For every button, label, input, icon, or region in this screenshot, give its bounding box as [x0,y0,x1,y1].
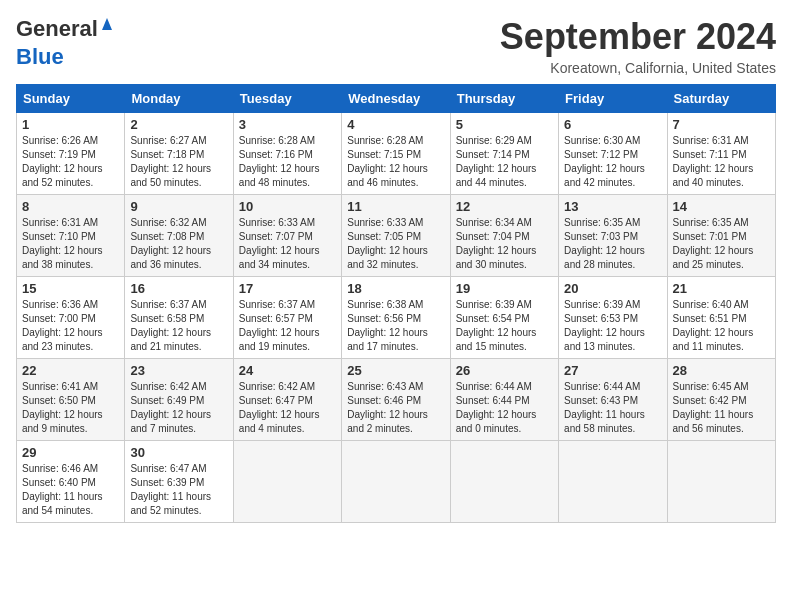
cell-content: Sunrise: 6:37 AMSunset: 6:57 PMDaylight:… [239,298,336,354]
cell-content: Sunrise: 6:26 AMSunset: 7:19 PMDaylight:… [22,134,119,190]
day-number: 13 [564,199,661,214]
calendar-cell: 26 Sunrise: 6:44 AMSunset: 6:44 PMDaylig… [450,359,558,441]
calendar-header-sunday: Sunday [17,85,125,113]
calendar-cell: 15 Sunrise: 6:36 AMSunset: 7:00 PMDaylig… [17,277,125,359]
cell-content: Sunrise: 6:33 AMSunset: 7:07 PMDaylight:… [239,216,336,272]
calendar-week-row: 15 Sunrise: 6:36 AMSunset: 7:00 PMDaylig… [17,277,776,359]
day-number: 4 [347,117,444,132]
logo-arrow-icon [96,12,118,34]
cell-content: Sunrise: 6:39 AMSunset: 6:54 PMDaylight:… [456,298,553,354]
day-number: 19 [456,281,553,296]
calendar-cell: 14 Sunrise: 6:35 AMSunset: 7:01 PMDaylig… [667,195,775,277]
cell-content: Sunrise: 6:29 AMSunset: 7:14 PMDaylight:… [456,134,553,190]
calendar-cell: 10 Sunrise: 6:33 AMSunset: 7:07 PMDaylig… [233,195,341,277]
day-number: 6 [564,117,661,132]
cell-content: Sunrise: 6:35 AMSunset: 7:01 PMDaylight:… [673,216,770,272]
calendar-table: SundayMondayTuesdayWednesdayThursdayFrid… [16,84,776,523]
day-number: 5 [456,117,553,132]
page-header: General Blue September 2024 Koreatown, C… [16,16,776,76]
day-number: 3 [239,117,336,132]
calendar-cell: 24 Sunrise: 6:42 AMSunset: 6:47 PMDaylig… [233,359,341,441]
day-number: 30 [130,445,227,460]
day-number: 16 [130,281,227,296]
calendar-cell: 3 Sunrise: 6:28 AMSunset: 7:16 PMDayligh… [233,113,341,195]
calendar-cell: 12 Sunrise: 6:34 AMSunset: 7:04 PMDaylig… [450,195,558,277]
day-number: 11 [347,199,444,214]
calendar-header-monday: Monday [125,85,233,113]
day-number: 23 [130,363,227,378]
calendar-week-row: 29 Sunrise: 6:46 AMSunset: 6:40 PMDaylig… [17,441,776,523]
cell-content: Sunrise: 6:28 AMSunset: 7:16 PMDaylight:… [239,134,336,190]
calendar-header-saturday: Saturday [667,85,775,113]
calendar-cell: 8 Sunrise: 6:31 AMSunset: 7:10 PMDayligh… [17,195,125,277]
calendar-cell: 6 Sunrise: 6:30 AMSunset: 7:12 PMDayligh… [559,113,667,195]
calendar-cell: 1 Sunrise: 6:26 AMSunset: 7:19 PMDayligh… [17,113,125,195]
cell-content: Sunrise: 6:34 AMSunset: 7:04 PMDaylight:… [456,216,553,272]
calendar-cell: 4 Sunrise: 6:28 AMSunset: 7:15 PMDayligh… [342,113,450,195]
day-number: 2 [130,117,227,132]
logo-general: General [16,16,98,41]
cell-content: Sunrise: 6:31 AMSunset: 7:11 PMDaylight:… [673,134,770,190]
calendar-cell: 9 Sunrise: 6:32 AMSunset: 7:08 PMDayligh… [125,195,233,277]
cell-content: Sunrise: 6:35 AMSunset: 7:03 PMDaylight:… [564,216,661,272]
cell-content: Sunrise: 6:36 AMSunset: 7:00 PMDaylight:… [22,298,119,354]
cell-content: Sunrise: 6:45 AMSunset: 6:42 PMDaylight:… [673,380,770,436]
calendar-cell: 19 Sunrise: 6:39 AMSunset: 6:54 PMDaylig… [450,277,558,359]
cell-content: Sunrise: 6:37 AMSunset: 6:58 PMDaylight:… [130,298,227,354]
calendar-cell: 2 Sunrise: 6:27 AMSunset: 7:18 PMDayligh… [125,113,233,195]
calendar-cell [342,441,450,523]
day-number: 10 [239,199,336,214]
calendar-cell: 21 Sunrise: 6:40 AMSunset: 6:51 PMDaylig… [667,277,775,359]
calendar-header-tuesday: Tuesday [233,85,341,113]
day-number: 29 [22,445,119,460]
cell-content: Sunrise: 6:47 AMSunset: 6:39 PMDaylight:… [130,462,227,518]
cell-content: Sunrise: 6:44 AMSunset: 6:43 PMDaylight:… [564,380,661,436]
cell-content: Sunrise: 6:31 AMSunset: 7:10 PMDaylight:… [22,216,119,272]
day-number: 24 [239,363,336,378]
calendar-cell: 27 Sunrise: 6:44 AMSunset: 6:43 PMDaylig… [559,359,667,441]
day-number: 17 [239,281,336,296]
svg-marker-0 [102,18,112,30]
calendar-cell: 16 Sunrise: 6:37 AMSunset: 6:58 PMDaylig… [125,277,233,359]
calendar-week-row: 8 Sunrise: 6:31 AMSunset: 7:10 PMDayligh… [17,195,776,277]
calendar-cell: 7 Sunrise: 6:31 AMSunset: 7:11 PMDayligh… [667,113,775,195]
cell-content: Sunrise: 6:30 AMSunset: 7:12 PMDaylight:… [564,134,661,190]
day-number: 12 [456,199,553,214]
day-number: 21 [673,281,770,296]
calendar-cell: 29 Sunrise: 6:46 AMSunset: 6:40 PMDaylig… [17,441,125,523]
calendar-cell [559,441,667,523]
cell-content: Sunrise: 6:33 AMSunset: 7:05 PMDaylight:… [347,216,444,272]
cell-content: Sunrise: 6:38 AMSunset: 6:56 PMDaylight:… [347,298,444,354]
calendar-cell: 25 Sunrise: 6:43 AMSunset: 6:46 PMDaylig… [342,359,450,441]
month-title: September 2024 [500,16,776,58]
cell-content: Sunrise: 6:46 AMSunset: 6:40 PMDaylight:… [22,462,119,518]
calendar-cell: 30 Sunrise: 6:47 AMSunset: 6:39 PMDaylig… [125,441,233,523]
calendar-cell: 11 Sunrise: 6:33 AMSunset: 7:05 PMDaylig… [342,195,450,277]
day-number: 28 [673,363,770,378]
day-number: 7 [673,117,770,132]
calendar-week-row: 22 Sunrise: 6:41 AMSunset: 6:50 PMDaylig… [17,359,776,441]
calendar-cell [450,441,558,523]
calendar-cell [233,441,341,523]
calendar-cell: 20 Sunrise: 6:39 AMSunset: 6:53 PMDaylig… [559,277,667,359]
cell-content: Sunrise: 6:27 AMSunset: 7:18 PMDaylight:… [130,134,227,190]
cell-content: Sunrise: 6:32 AMSunset: 7:08 PMDaylight:… [130,216,227,272]
title-block: September 2024 Koreatown, California, Un… [500,16,776,76]
calendar-cell: 5 Sunrise: 6:29 AMSunset: 7:14 PMDayligh… [450,113,558,195]
day-number: 25 [347,363,444,378]
calendar-week-row: 1 Sunrise: 6:26 AMSunset: 7:19 PMDayligh… [17,113,776,195]
day-number: 22 [22,363,119,378]
day-number: 9 [130,199,227,214]
day-number: 15 [22,281,119,296]
calendar-cell [667,441,775,523]
calendar-cell: 17 Sunrise: 6:37 AMSunset: 6:57 PMDaylig… [233,277,341,359]
day-number: 1 [22,117,119,132]
logo-blue: Blue [16,44,64,69]
cell-content: Sunrise: 6:42 AMSunset: 6:47 PMDaylight:… [239,380,336,436]
cell-content: Sunrise: 6:40 AMSunset: 6:51 PMDaylight:… [673,298,770,354]
calendar-header-wednesday: Wednesday [342,85,450,113]
cell-content: Sunrise: 6:43 AMSunset: 6:46 PMDaylight:… [347,380,444,436]
location: Koreatown, California, United States [500,60,776,76]
day-number: 20 [564,281,661,296]
cell-content: Sunrise: 6:42 AMSunset: 6:49 PMDaylight:… [130,380,227,436]
